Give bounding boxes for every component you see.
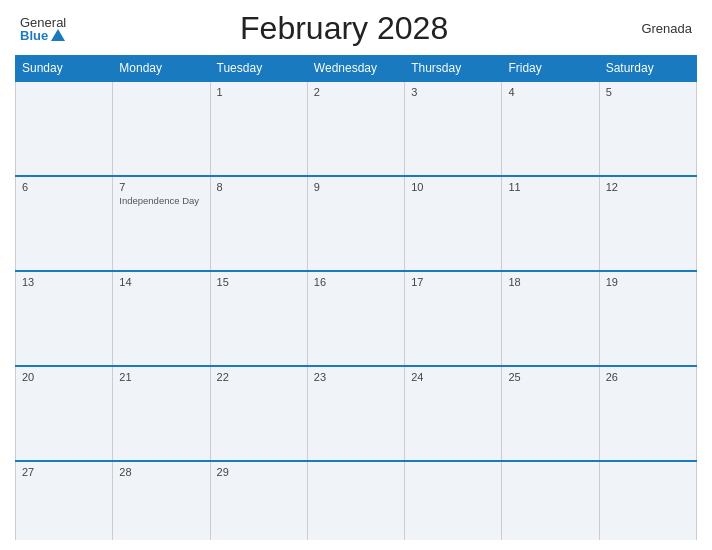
- day-number: 25: [508, 371, 592, 383]
- day-number: 20: [22, 371, 106, 383]
- calendar-day-cell: 28: [113, 461, 210, 540]
- day-number: 4: [508, 86, 592, 98]
- calendar-day-cell: 11: [502, 176, 599, 271]
- calendar-day-cell: [307, 461, 404, 540]
- weekday-header-row: Sunday Monday Tuesday Wednesday Thursday…: [16, 56, 697, 82]
- calendar-day-cell: [502, 461, 599, 540]
- day-number: 23: [314, 371, 398, 383]
- day-number: 17: [411, 276, 495, 288]
- calendar-day-cell: 4: [502, 81, 599, 176]
- header-friday: Friday: [502, 56, 599, 82]
- header-wednesday: Wednesday: [307, 56, 404, 82]
- calendar-table: Sunday Monday Tuesday Wednesday Thursday…: [15, 55, 697, 540]
- day-number: 5: [606, 86, 690, 98]
- calendar-day-cell: 15: [210, 271, 307, 366]
- calendar-day-cell: 16: [307, 271, 404, 366]
- day-number: 1: [217, 86, 301, 98]
- day-number: 8: [217, 181, 301, 193]
- calendar-day-cell: 29: [210, 461, 307, 540]
- calendar-day-cell: 25: [502, 366, 599, 461]
- day-number: 12: [606, 181, 690, 193]
- calendar-day-cell: 7Independence Day: [113, 176, 210, 271]
- calendar-day-cell: 6: [16, 176, 113, 271]
- day-number: 14: [119, 276, 203, 288]
- day-number: 18: [508, 276, 592, 288]
- event-label: Independence Day: [119, 195, 203, 206]
- calendar-day-cell: [599, 461, 696, 540]
- calendar-day-cell: 24: [405, 366, 502, 461]
- calendar-week-row: 67Independence Day89101112: [16, 176, 697, 271]
- day-number: 21: [119, 371, 203, 383]
- day-number: 22: [217, 371, 301, 383]
- calendar-day-cell: 27: [16, 461, 113, 540]
- logo-blue-text: Blue: [20, 29, 48, 42]
- calendar-week-row: 12345: [16, 81, 697, 176]
- day-number: 9: [314, 181, 398, 193]
- day-number: 11: [508, 181, 592, 193]
- calendar-day-cell: 3: [405, 81, 502, 176]
- logo-general-text: General: [20, 16, 66, 29]
- calendar-day-cell: 18: [502, 271, 599, 366]
- calendar-day-cell: 20: [16, 366, 113, 461]
- day-number: 26: [606, 371, 690, 383]
- day-number: 24: [411, 371, 495, 383]
- calendar-day-cell: 26: [599, 366, 696, 461]
- country-label: Grenada: [622, 21, 692, 36]
- calendar-day-cell: 13: [16, 271, 113, 366]
- day-number: 10: [411, 181, 495, 193]
- day-number: 7: [119, 181, 203, 193]
- day-number: 27: [22, 466, 106, 478]
- calendar-day-cell: 9: [307, 176, 404, 271]
- logo: General Blue: [20, 16, 66, 42]
- calendar-day-cell: [405, 461, 502, 540]
- calendar-title: February 2028: [66, 10, 622, 47]
- calendar-header: General Blue February 2028 Grenada: [15, 10, 697, 47]
- calendar-day-cell: [113, 81, 210, 176]
- calendar-day-cell: 5: [599, 81, 696, 176]
- header-tuesday: Tuesday: [210, 56, 307, 82]
- calendar-week-row: 20212223242526: [16, 366, 697, 461]
- calendar-day-cell: 23: [307, 366, 404, 461]
- day-number: 16: [314, 276, 398, 288]
- calendar-container: General Blue February 2028 Grenada Sunda…: [0, 0, 712, 550]
- calendar-day-cell: 22: [210, 366, 307, 461]
- calendar-day-cell: 10: [405, 176, 502, 271]
- header-thursday: Thursday: [405, 56, 502, 82]
- calendar-day-cell: 19: [599, 271, 696, 366]
- calendar-day-cell: 2: [307, 81, 404, 176]
- calendar-day-cell: [16, 81, 113, 176]
- day-number: 29: [217, 466, 301, 478]
- day-number: 13: [22, 276, 106, 288]
- day-number: 19: [606, 276, 690, 288]
- day-number: 6: [22, 181, 106, 193]
- logo-triangle-icon: [51, 29, 65, 41]
- calendar-week-row: 272829: [16, 461, 697, 540]
- header-sunday: Sunday: [16, 56, 113, 82]
- day-number: 28: [119, 466, 203, 478]
- calendar-day-cell: 8: [210, 176, 307, 271]
- calendar-day-cell: 14: [113, 271, 210, 366]
- day-number: 15: [217, 276, 301, 288]
- calendar-week-row: 13141516171819: [16, 271, 697, 366]
- calendar-day-cell: 21: [113, 366, 210, 461]
- calendar-day-cell: 12: [599, 176, 696, 271]
- calendar-day-cell: 1: [210, 81, 307, 176]
- day-number: 3: [411, 86, 495, 98]
- header-saturday: Saturday: [599, 56, 696, 82]
- day-number: 2: [314, 86, 398, 98]
- header-monday: Monday: [113, 56, 210, 82]
- calendar-day-cell: 17: [405, 271, 502, 366]
